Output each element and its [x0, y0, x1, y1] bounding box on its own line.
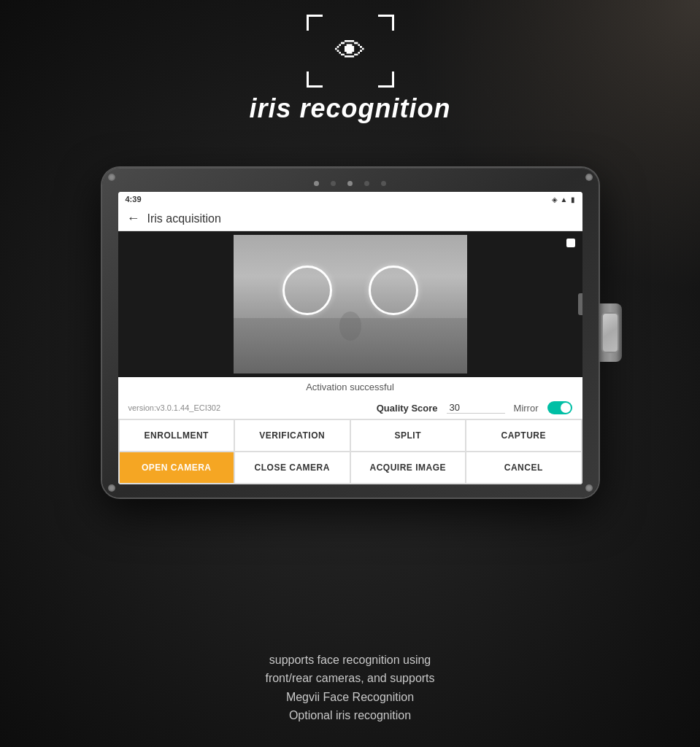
status-icons: ◈ ▲ ▮ — [552, 196, 575, 204]
screw-bl — [108, 484, 115, 492]
enrollment-button[interactable]: ENROLLMENT — [120, 420, 234, 451]
bracket-tr — [378, 15, 394, 31]
screw-br — [585, 484, 593, 492]
dot-5 — [381, 181, 386, 186]
tablet-screen: 4:39 ◈ ▲ ▮ ← Iris acquisition — [118, 192, 582, 484]
acquire-image-button[interactable]: ACQUIRE IMAGE — [351, 452, 466, 483]
right-iris-circle — [369, 266, 418, 315]
bracket-br — [378, 71, 394, 88]
left-iris-circle — [282, 266, 332, 315]
capture-button[interactable]: CAPTURE — [466, 420, 581, 451]
battery-icon: ▮ — [571, 196, 575, 204]
camera-view — [118, 231, 582, 377]
bracket-tl — [307, 15, 323, 31]
screw-tr — [585, 174, 593, 181]
tablet-indicator-dots — [118, 181, 582, 186]
tablet-device: 4:39 ◈ ▲ ▮ ← Iris acquisition — [102, 168, 599, 498]
fingerprint-scanner[interactable] — [601, 312, 619, 353]
app-header: ← Iris acquisition — [118, 206, 582, 231]
nav-indicator[interactable] — [578, 293, 582, 315]
activation-status: Activation successful — [118, 377, 582, 397]
header-section: 👁 iris recognition — [0, 15, 700, 124]
quality-value: 30 — [447, 402, 505, 414]
split-button[interactable]: SPLIT — [351, 420, 466, 451]
mirror-toggle[interactable] — [547, 401, 572, 414]
footer-description: supports face recognition usingfront/rea… — [0, 651, 700, 725]
camera-indicator — [566, 239, 575, 247]
wifi-icon: ◈ — [552, 196, 558, 204]
action-buttons-grid: ENROLLMENT VERIFICATION SPLIT CAPTURE OP… — [118, 419, 582, 484]
fingerprint-scanner-housing — [599, 303, 622, 362]
iris-scan-icon: 👁 — [307, 15, 394, 88]
status-bar: 4:39 ◈ ▲ ▮ — [118, 192, 582, 206]
signal-icon: ▲ — [561, 196, 568, 204]
quality-label: Quality Score — [377, 403, 438, 414]
verification-button[interactable]: VERIFICATION — [235, 420, 350, 451]
dot-4 — [364, 181, 369, 186]
version-text: version:v3.0.1.44_ECI302 — [128, 403, 368, 412]
back-button[interactable]: ← — [127, 211, 140, 226]
dot-3 — [347, 181, 353, 186]
status-message: Activation successful — [306, 382, 394, 392]
footer-section: supports face recognition usingfront/rea… — [0, 651, 700, 725]
app-title: Iris acquisition — [147, 212, 221, 225]
close-camera-button[interactable]: CLOSE CAMERA — [235, 452, 350, 483]
page-title: iris recognition — [249, 93, 450, 124]
tablet-body: 4:39 ◈ ▲ ▮ ← Iris acquisition — [102, 168, 599, 498]
dot-1 — [314, 181, 319, 186]
screw-tl — [108, 174, 115, 181]
eye-icon: 👁 — [335, 36, 366, 66]
bracket-bl — [307, 71, 323, 88]
cancel-button[interactable]: CANCEL — [466, 452, 581, 483]
iris-detection-circles — [282, 266, 418, 315]
dot-2 — [331, 181, 336, 186]
quality-score-row: version:v3.0.1.44_ECI302 Quality Score 3… — [118, 397, 582, 419]
open-camera-button[interactable]: OPEN CAMERA — [120, 452, 234, 483]
mirror-label: Mirror — [514, 403, 539, 414]
status-time: 4:39 — [126, 195, 142, 204]
camera-face-view — [234, 235, 467, 374]
